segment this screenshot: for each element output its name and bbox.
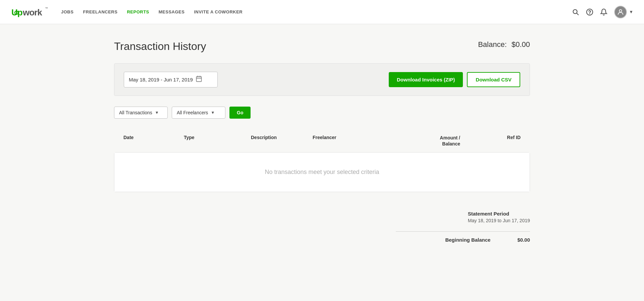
calendar-icon: [196, 75, 202, 84]
freelancers-filter[interactable]: All Freelancers ▼: [172, 107, 225, 119]
download-invoices-zip-button[interactable]: Download Invoices (ZIP): [389, 72, 463, 87]
svg-text:work: work: [22, 7, 42, 17]
svg-point-8: [619, 9, 622, 12]
nav-item-messages[interactable]: MESSAGES: [159, 9, 185, 14]
avatar: [614, 6, 627, 18]
svg-point-7: [590, 13, 590, 14]
amount-balance-label: Amount /Balance: [393, 135, 460, 147]
nav-item-jobs[interactable]: JOBS: [61, 9, 73, 14]
nav-item-freelancers[interactable]: FREELANCERS: [83, 9, 117, 14]
download-csv-button[interactable]: Download CSV: [467, 72, 520, 87]
transactions-filter-label: All Transactions: [119, 110, 152, 115]
col-header-refid: Ref ID: [460, 135, 521, 147]
download-buttons: Download Invoices (ZIP) Download CSV: [389, 72, 520, 87]
statement-period-value: May 18, 2019 to Jun 17, 2019: [468, 218, 530, 223]
svg-rect-9: [196, 76, 201, 81]
date-range-picker[interactable]: May 18, 2019 - Jun 17, 2019: [124, 72, 218, 87]
filter-panel: May 18, 2019 - Jun 17, 2019 Download Inv…: [114, 63, 530, 96]
balance-label: Balance:: [478, 40, 507, 49]
svg-text:Up: Up: [11, 7, 22, 17]
col-header-date: Date: [123, 135, 184, 147]
col-header-description: Description: [251, 135, 313, 147]
svg-text:™: ™: [45, 7, 48, 10]
statement-period-label: Statement Period: [468, 211, 530, 217]
transactions-filter[interactable]: All Transactions ▼: [114, 107, 168, 119]
nav-item-invite[interactable]: INVITE A COWORKER: [194, 9, 243, 14]
user-avatar-area[interactable]: ▼: [614, 6, 633, 18]
freelancers-filter-label: All Freelancers: [177, 110, 208, 115]
search-icon[interactable]: [572, 8, 579, 16]
date-range-text: May 18, 2019 - Jun 17, 2019: [129, 77, 193, 82]
help-icon[interactable]: [586, 8, 593, 16]
table-area: No transactions meet your selected crite…: [114, 152, 530, 192]
page-header: Transaction History Balance: $0.00: [114, 40, 530, 53]
balance-area: Balance: $0.00: [478, 40, 530, 49]
col-header-type: Type: [184, 135, 251, 147]
notifications-icon[interactable]: [600, 8, 607, 16]
table-header: Date Type Description Freelancer Amount …: [114, 129, 530, 152]
col-header-amount: Amount /Balance: [393, 135, 460, 147]
main-nav: JOBS FREELANCERS REPORTS MESSAGES INVITE…: [61, 9, 572, 14]
header-actions: ▼: [572, 6, 633, 18]
upwork-logo[interactable]: Up work ™: [11, 6, 48, 18]
svg-line-5: [577, 13, 578, 15]
empty-state-message: No transactions meet your selected crite…: [114, 153, 530, 192]
summary-area: Statement Period May 18, 2019 to Jun 17,…: [114, 208, 530, 243]
beginning-balance-label: Beginning Balance: [445, 237, 490, 243]
nav-item-reports[interactable]: REPORTS: [127, 9, 149, 14]
balance-value: $0.00: [512, 40, 530, 49]
col-header-freelancer: Freelancer: [313, 135, 393, 147]
main-content: Transaction History Balance: $0.00 May 1…: [87, 24, 557, 269]
main-header: Up work ™ JOBS FREELANCERS REPORTS MESSA…: [0, 0, 644, 24]
page-title: Transaction History: [114, 40, 206, 53]
freelancers-dropdown-arrow-icon: ▼: [211, 110, 215, 115]
beginning-balance-row: Beginning Balance $0.00: [396, 231, 530, 243]
avatar-chevron-icon: ▼: [629, 9, 633, 14]
transactions-dropdown-arrow-icon: ▼: [155, 110, 159, 115]
filter-row: All Transactions ▼ All Freelancers ▼ Go: [114, 107, 530, 119]
beginning-balance-value: $0.00: [517, 237, 530, 243]
go-button[interactable]: Go: [229, 107, 251, 119]
statement-period-block: Statement Period May 18, 2019 to Jun 17,…: [468, 211, 530, 223]
